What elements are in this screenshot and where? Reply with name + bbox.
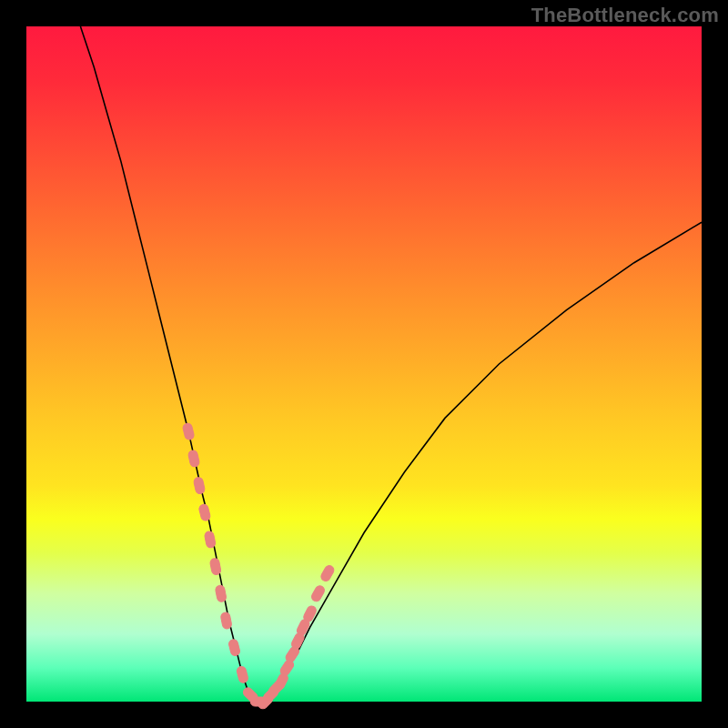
watermark: TheBottleneck.com bbox=[531, 4, 719, 27]
highlighted-point bbox=[236, 665, 248, 683]
highlighted-point bbox=[215, 584, 227, 602]
highlighted-point bbox=[319, 564, 336, 583]
highlighted-point bbox=[182, 422, 195, 440]
chart-svg bbox=[26, 26, 702, 702]
highlighted-point bbox=[193, 477, 206, 495]
highlighted-point bbox=[187, 450, 200, 468]
highlighted-point bbox=[209, 558, 221, 576]
bottleneck-curve bbox=[80, 26, 702, 702]
highlighted-points-group bbox=[182, 422, 336, 711]
chart-frame: TheBottleneck.com line bbox=[0, 0, 728, 728]
highlighted-point bbox=[228, 639, 240, 657]
highlighted-point bbox=[204, 531, 216, 549]
highlighted-point bbox=[220, 612, 232, 630]
highlighted-point bbox=[198, 503, 211, 521]
highlighted-point bbox=[302, 604, 318, 623]
highlighted-point bbox=[310, 584, 327, 603]
plot-area bbox=[26, 26, 702, 702]
